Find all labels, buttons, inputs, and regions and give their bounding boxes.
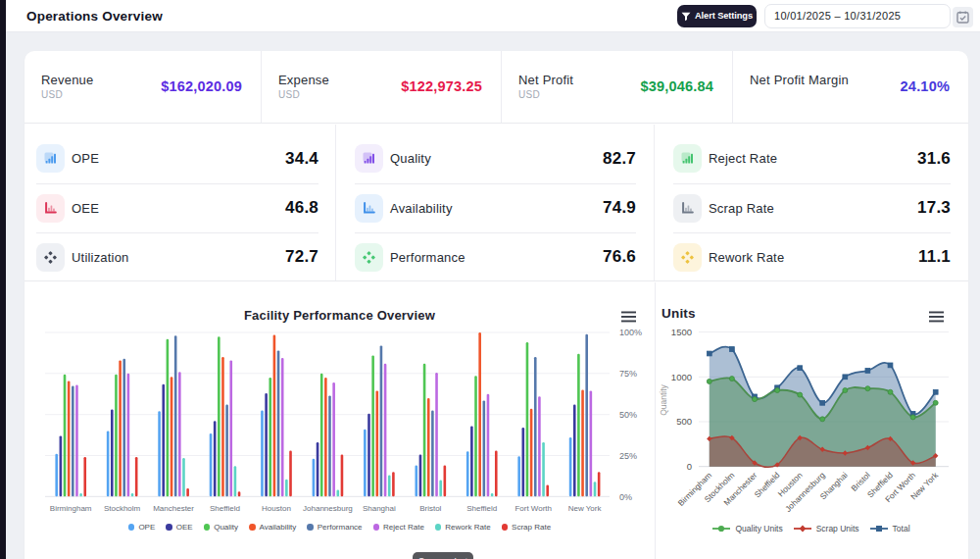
- svg-text:Stockholm: Stockholm: [104, 504, 141, 513]
- svg-text:Sheffield: Sheffield: [210, 504, 240, 513]
- svg-text:500: 500: [676, 416, 692, 427]
- svg-text:Fort Worth: Fort Worth: [514, 504, 552, 513]
- svg-text:Shanghai: Shanghai: [363, 504, 396, 513]
- svg-text:Birmingham: Birmingham: [50, 504, 92, 513]
- svg-text:0%: 0%: [619, 492, 632, 502]
- svg-text:25%: 25%: [619, 451, 637, 461]
- svg-text:Houston: Houston: [262, 504, 291, 513]
- svg-text:Bristol: Bristol: [419, 504, 441, 513]
- svg-text:Sheffield: Sheffield: [466, 504, 497, 513]
- svg-text:New York: New York: [568, 504, 603, 513]
- svg-text:Johannesburg: Johannesburg: [303, 504, 353, 513]
- svg-text:75%: 75%: [619, 369, 637, 379]
- svg-text:Manchester: Manchester: [153, 504, 194, 513]
- svg-text:Quantity: Quantity: [659, 383, 668, 415]
- svg-text:0: 0: [687, 461, 692, 472]
- svg-text:50%: 50%: [619, 410, 637, 420]
- svg-text:1000: 1000: [671, 372, 692, 382]
- svg-text:1500: 1500: [671, 327, 692, 337]
- svg-text:100%: 100%: [619, 328, 642, 337]
- svg-text:Sheffield: Sheffield: [752, 470, 781, 499]
